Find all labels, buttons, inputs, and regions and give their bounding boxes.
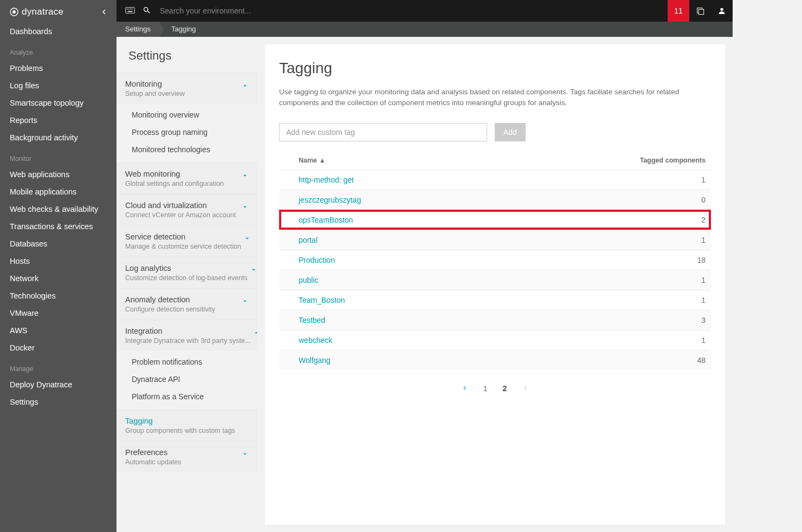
col-header-count: Tagged components bbox=[630, 157, 711, 164]
tag-name-link[interactable]: opsTeamBoston bbox=[299, 216, 630, 224]
arrow-left-icon bbox=[99, 7, 109, 17]
nav-transactions[interactable]: Transactions & services bbox=[0, 218, 117, 235]
tag-count: 1 bbox=[630, 236, 711, 244]
settings-section-web-monitoring[interactable]: Web monitoringGlobal settings and config… bbox=[117, 163, 257, 194]
settings-sub-problem-notifications[interactable]: Problem notifications bbox=[117, 353, 257, 371]
nav-background[interactable]: Background activity bbox=[0, 129, 117, 146]
settings-section-anomaly[interactable]: Anomaly detectionConfigure detection sen… bbox=[117, 288, 257, 320]
tag-row[interactable]: portal1 bbox=[279, 230, 711, 250]
brand-name: dynatrace bbox=[22, 7, 63, 17]
pager-prev[interactable] bbox=[461, 384, 468, 393]
nav-mobile-apps[interactable]: Mobile applications bbox=[0, 183, 117, 200]
nav-group-monitor: Monitor bbox=[0, 146, 117, 166]
windows-icon[interactable] bbox=[689, 0, 711, 22]
tag-count: 0 bbox=[630, 196, 711, 204]
nav-settings[interactable]: Settings bbox=[0, 393, 117, 411]
settings-sub-monitored-tech[interactable]: Monitored technologies bbox=[117, 141, 257, 158]
tag-name-link[interactable]: Team_Boston bbox=[299, 296, 630, 304]
settings-section-service-detection[interactable]: Service detectionManage & customize serv… bbox=[117, 225, 257, 257]
tag-row[interactable]: jeszczegrubszytag0 bbox=[279, 190, 711, 210]
nav-technologies[interactable]: Technologies bbox=[0, 287, 117, 304]
col-header-name[interactable]: Name ▲ bbox=[299, 157, 630, 164]
nav-docker[interactable]: Docker bbox=[0, 339, 117, 356]
pager-page-1[interactable]: 1 bbox=[483, 384, 488, 393]
svg-rect-4 bbox=[128, 9, 130, 10]
chevron-down-icon bbox=[241, 297, 249, 307]
tag-row[interactable]: public1 bbox=[279, 270, 711, 290]
breadcrumb-tagging[interactable]: Tagging bbox=[159, 22, 205, 37]
nav-reports[interactable]: Reports bbox=[0, 112, 117, 129]
nav-vmware[interactable]: VMware bbox=[0, 304, 117, 322]
pager-page-2[interactable]: 2 bbox=[503, 384, 507, 393]
settings-section-integration[interactable]: IntegrationIntegrate Dynatrace with 3rd … bbox=[117, 320, 257, 351]
sidebar-collapse-button[interactable] bbox=[99, 7, 109, 17]
tagging-card: Tagging Use tagging to organize your mon… bbox=[265, 44, 725, 524]
settings-section-log-analytics[interactable]: Log analyticsCustomize detection of log-… bbox=[117, 257, 257, 288]
nav-deploy[interactable]: Deploy Dynatrace bbox=[0, 376, 117, 393]
tag-name-link[interactable]: portal bbox=[299, 236, 630, 244]
main-sidebar: dynatrace Dashboards Analyze Problems Lo… bbox=[0, 0, 117, 532]
chevron-down-icon bbox=[243, 235, 251, 244]
pager-next[interactable] bbox=[522, 384, 529, 393]
settings-sub-monitoring-overview[interactable]: Monitoring overview bbox=[117, 106, 257, 124]
tag-name-link[interactable]: http-method: get bbox=[299, 176, 630, 184]
global-search-input[interactable] bbox=[159, 6, 321, 16]
tag-name-link[interactable]: Production bbox=[299, 256, 630, 264]
settings-section-preferences[interactable]: PreferencesAutomatic updates bbox=[117, 441, 257, 472]
tag-name-link[interactable]: Wolfgang bbox=[299, 356, 630, 365]
tags-table: Name ▲ Tagged components http-method: ge… bbox=[279, 153, 711, 370]
tag-count: 3 bbox=[630, 316, 711, 325]
keyboard-icon[interactable] bbox=[125, 7, 135, 16]
settings-sub-dynatrace-api[interactable]: Dynatrace API bbox=[117, 371, 257, 388]
tag-name-link[interactable]: jeszczegrubszytag bbox=[299, 196, 630, 204]
user-menu-icon[interactable] bbox=[711, 0, 733, 22]
pagination: 1 2 bbox=[279, 384, 711, 393]
svg-rect-3 bbox=[127, 9, 128, 10]
search-icon[interactable] bbox=[143, 6, 151, 16]
tag-count: 1 bbox=[630, 296, 711, 304]
tag-row[interactable]: Team_Boston1 bbox=[279, 290, 711, 310]
nav-network[interactable]: Network bbox=[0, 270, 117, 287]
tag-name-link[interactable]: public bbox=[299, 276, 630, 284]
settings-section-cloud[interactable]: Cloud and virtualizationConnect vCenter … bbox=[117, 194, 257, 225]
tag-name-link[interactable]: Testbed bbox=[299, 316, 630, 325]
tag-count: 1 bbox=[630, 336, 711, 345]
tag-row[interactable]: http-method: get1 bbox=[279, 170, 711, 190]
settings-sub-process-group-naming[interactable]: Process group naming bbox=[117, 124, 257, 141]
breadcrumb: Settings Tagging bbox=[117, 22, 733, 37]
nav-web-checks[interactable]: Web checks & availability bbox=[0, 200, 117, 218]
add-tag-button[interactable]: Add bbox=[495, 123, 526, 141]
svg-rect-2 bbox=[126, 7, 135, 13]
nav-dashboards[interactable]: Dashboards bbox=[0, 23, 117, 40]
settings-section-tagging[interactable]: TaggingGroup components with custom tags bbox=[117, 410, 257, 441]
tag-count: 2 bbox=[630, 216, 711, 224]
svg-rect-9 bbox=[698, 9, 703, 14]
notifications-badge[interactable]: 11 bbox=[668, 0, 689, 22]
tag-row[interactable]: webcheck1 bbox=[279, 330, 711, 350]
chevron-up-icon bbox=[253, 329, 257, 338]
tag-row[interactable]: opsTeamBoston2 bbox=[279, 210, 711, 230]
nav-group-manage: Manage bbox=[0, 356, 117, 376]
settings-sub-paas[interactable]: Platform as a Service bbox=[117, 388, 257, 405]
tag-row[interactable]: Testbed3 bbox=[279, 310, 711, 330]
chevron-down-icon bbox=[241, 172, 249, 181]
nav-hosts[interactable]: Hosts bbox=[0, 252, 117, 270]
nav-smartscape[interactable]: Smartscape topology bbox=[0, 94, 117, 112]
add-tag-input[interactable] bbox=[279, 123, 487, 141]
page-title: Tagging bbox=[279, 60, 711, 77]
tag-row[interactable]: Production18 bbox=[279, 250, 711, 270]
chevron-down-icon bbox=[241, 203, 249, 212]
nav-aws[interactable]: AWS bbox=[0, 322, 117, 339]
nav-log-files[interactable]: Log files bbox=[0, 77, 117, 94]
nav-group-analyze: Analyze bbox=[0, 40, 117, 60]
tag-row[interactable]: Wolfgang48 bbox=[279, 350, 711, 370]
nav-databases[interactable]: Databases bbox=[0, 235, 117, 252]
svg-point-1 bbox=[12, 10, 16, 14]
breadcrumb-settings[interactable]: Settings bbox=[117, 22, 159, 37]
settings-section-monitoring[interactable]: MonitoringSetup and overview bbox=[117, 73, 257, 104]
nav-web-apps[interactable]: Web applications bbox=[0, 166, 117, 183]
nav-problems[interactable]: Problems bbox=[0, 60, 117, 77]
brand-logo[interactable]: dynatrace bbox=[10, 7, 63, 17]
tag-name-link[interactable]: webcheck bbox=[299, 336, 630, 345]
topbar: 11 bbox=[117, 0, 733, 22]
